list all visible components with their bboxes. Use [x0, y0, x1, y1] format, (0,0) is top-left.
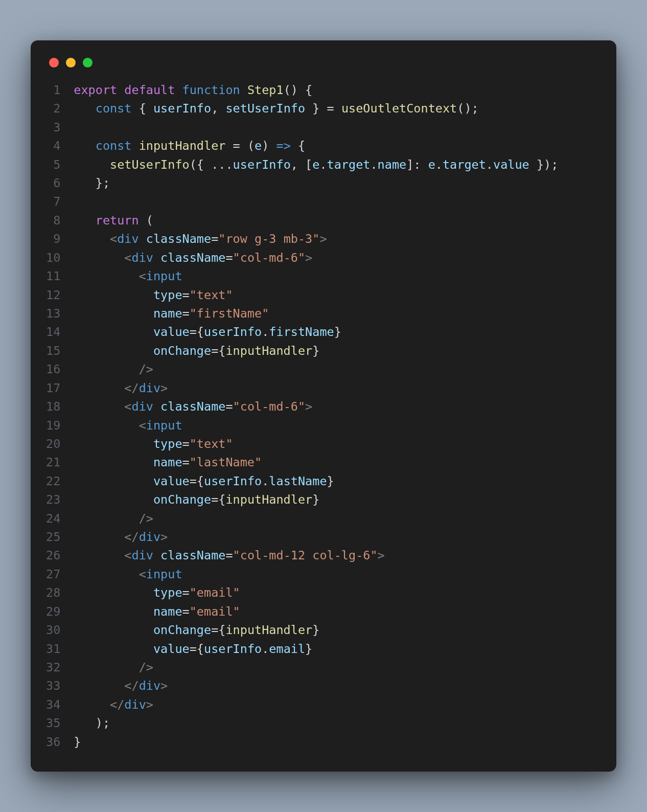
- code-line: <input: [74, 416, 558, 435]
- code-line: onChange={inputHandler}: [74, 342, 558, 360]
- code-line: [74, 118, 558, 137]
- code-line: </div>: [74, 379, 558, 397]
- window-titlebar: [46, 54, 601, 81]
- code-window: 1 2 3 4 5 6 7 8 9 10 11 12 13 14 15 16 1…: [31, 40, 616, 772]
- code-line: name="firstName": [74, 304, 558, 323]
- code-line: export default function Step1() {: [74, 81, 558, 99]
- code-line: <input: [74, 565, 558, 583]
- code-line: onChange={inputHandler}: [74, 621, 558, 639]
- code-line: type="text": [74, 435, 558, 453]
- code-line: return (: [74, 211, 558, 230]
- code-line: <div className="col-md-6">: [74, 397, 558, 416]
- code-line: }: [74, 733, 558, 751]
- code-line: const { userInfo, setUserInfo } = useOut…: [74, 99, 558, 118]
- code-line: };: [74, 174, 558, 192]
- code-line: <input: [74, 267, 558, 285]
- line-number-gutter: 1 2 3 4 5 6 7 8 9 10 11 12 13 14 15 16 1…: [46, 81, 74, 751]
- code-line: <div className="col-md-12 col-lg-6">: [74, 546, 558, 565]
- code-line: setUserInfo({ ...userInfo, [e.target.nam…: [74, 155, 558, 174]
- code-line: />: [74, 360, 558, 378]
- close-icon[interactable]: [49, 58, 59, 67]
- code-line: <div className="col-md-6">: [74, 249, 558, 267]
- code-line: />: [74, 658, 558, 676]
- code-line: />: [74, 509, 558, 528]
- code-line: <div className="row g-3 mb-3">: [74, 230, 558, 248]
- code-line: name="lastName": [74, 453, 558, 471]
- code-line: </div>: [74, 695, 558, 714]
- code-line: const inputHandler = (e) => {: [74, 137, 558, 155]
- code-area: 1 2 3 4 5 6 7 8 9 10 11 12 13 14 15 16 1…: [46, 81, 601, 751]
- minimize-icon[interactable]: [66, 58, 76, 67]
- zoom-icon[interactable]: [83, 58, 93, 67]
- code-lines[interactable]: export default function Step1() { const …: [74, 81, 558, 751]
- code-line: [74, 192, 558, 211]
- code-line: value={userInfo.lastName}: [74, 472, 558, 490]
- code-line: onChange={inputHandler}: [74, 490, 558, 509]
- code-line: );: [74, 714, 558, 732]
- code-line: </div>: [74, 528, 558, 546]
- code-line: type="text": [74, 286, 558, 304]
- code-line: name="email": [74, 602, 558, 621]
- code-line: type="email": [74, 583, 558, 602]
- code-line: </div>: [74, 676, 558, 695]
- code-line: value={userInfo.email}: [74, 640, 558, 658]
- code-line: value={userInfo.firstName}: [74, 323, 558, 341]
